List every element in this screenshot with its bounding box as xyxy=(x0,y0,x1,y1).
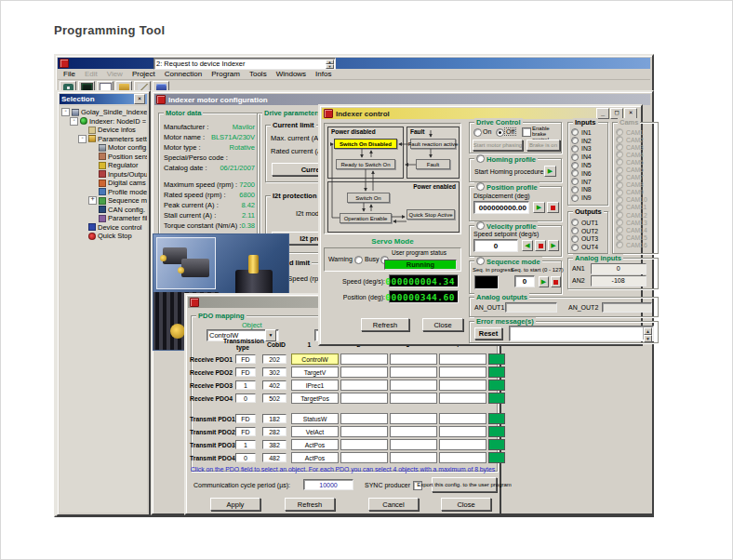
pdo-object-cell[interactable]: VelAct xyxy=(291,426,339,437)
ctl-close-button[interactable]: Close xyxy=(422,318,463,331)
menu-project[interactable]: Project xyxy=(128,70,159,78)
speed-setpoint-field[interactable]: 0 xyxy=(473,239,518,252)
pdo-object-cell[interactable] xyxy=(439,452,486,463)
reset-button[interactable]: Reset xyxy=(474,327,502,340)
output-indicator[interactable]: OUT2 xyxy=(569,227,606,235)
tree-item[interactable]: Quick Stop xyxy=(60,232,147,241)
pdo-object-cell[interactable] xyxy=(439,353,486,365)
an-out1-field[interactable] xyxy=(505,302,557,313)
enable-brake-checkbox[interactable] xyxy=(522,127,531,137)
apply-button[interactable]: Apply xyxy=(210,498,260,511)
ctl-refresh-button[interactable]: Refresh xyxy=(361,318,409,331)
homing-play-button[interactable]: ▶ xyxy=(544,166,556,177)
on-radio[interactable] xyxy=(473,128,482,137)
output-indicator[interactable]: OUT3 xyxy=(569,235,606,244)
off-radio[interactable] xyxy=(496,128,504,137)
pdo-object-cell[interactable] xyxy=(390,439,437,450)
seq-to-start-field[interactable]: 0 xyxy=(514,275,535,287)
pdo-refresh-button[interactable]: Refresh xyxy=(285,498,335,511)
tree-item[interactable]: - Parameters setting xyxy=(60,135,147,144)
menu-infos[interactable]: Infos xyxy=(312,70,335,78)
pdo-object-cell[interactable]: StatusW xyxy=(291,413,339,424)
pdo-object-cell[interactable] xyxy=(439,439,486,450)
tree-expander[interactable]: + xyxy=(88,196,97,205)
spin-down-icon[interactable]: ▼ xyxy=(326,64,334,69)
tree-item[interactable]: Motor config. xyxy=(60,143,147,153)
pdo-cobid-field[interactable]: 502 xyxy=(262,393,287,403)
tree-item[interactable]: Regulator xyxy=(60,161,147,170)
pdo-object-cell[interactable] xyxy=(340,380,388,391)
tree-item[interactable]: CAN config. xyxy=(60,206,147,215)
pdo-object-cell[interactable] xyxy=(439,426,486,437)
tree-item[interactable]: Profile modes xyxy=(60,188,147,197)
pdo-cobid-field[interactable]: 182 xyxy=(262,414,287,423)
minimize-icon[interactable]: _ xyxy=(596,108,609,119)
tree-item[interactable]: Digital cams xyxy=(60,179,147,188)
pdo-object-cell[interactable] xyxy=(340,393,388,404)
menu-file[interactable]: File xyxy=(60,70,79,78)
start-motor-phasing-button[interactable]: Start motor phasing xyxy=(473,140,523,151)
pdo-close-button[interactable]: Close xyxy=(441,498,491,511)
pdo-object-cell[interactable] xyxy=(390,413,437,424)
pdo-cobid-field[interactable]: 202 xyxy=(262,354,287,364)
pdo-transmission-type-field[interactable]: FD xyxy=(235,354,256,364)
pdo-object-cell[interactable]: TargetPos xyxy=(291,393,339,404)
pdo-object-cell[interactable] xyxy=(390,393,437,404)
tree-item[interactable]: - Indexer: NodeID = 2 xyxy=(60,117,147,127)
position-play-button[interactable]: ▶ xyxy=(533,202,545,213)
pdo-cobid-field[interactable]: 402 xyxy=(262,380,287,390)
tree-expander[interactable]: - xyxy=(61,108,70,116)
velocity-profile-radio[interactable] xyxy=(476,221,485,230)
pdo-transmission-type-field[interactable]: 1 xyxy=(235,380,256,390)
tree-expander[interactable]: - xyxy=(70,117,78,126)
sequence-mode-radio[interactable] xyxy=(476,257,485,265)
menu-program[interactable]: Program xyxy=(207,70,244,78)
tree-item[interactable]: Position sensors xyxy=(60,153,147,162)
pdo-object-cell[interactable] xyxy=(340,439,388,450)
selection-title-bar[interactable]: Selection × xyxy=(60,94,147,104)
combo-spinner[interactable]: ▲▼ xyxy=(326,60,334,68)
tree-expander[interactable]: - xyxy=(78,135,87,143)
command-combo[interactable]: 2: Request to device Indexer ▲▼ xyxy=(153,58,336,70)
menu-edit[interactable]: Edit xyxy=(81,70,101,78)
velocity-play-button[interactable]: ▶ xyxy=(548,240,559,251)
pdo-object-cell[interactable] xyxy=(439,380,486,391)
sequence-stop-button[interactable] xyxy=(551,276,561,287)
an-out2-field[interactable] xyxy=(602,302,652,313)
pdo-object-cell[interactable]: TargetV xyxy=(291,367,339,378)
pdo-object-cell[interactable] xyxy=(390,367,437,378)
menu-windows[interactable]: Windows xyxy=(273,70,310,78)
pdo-object-cell[interactable] xyxy=(340,367,388,378)
pdo-object-cell[interactable] xyxy=(439,413,486,424)
tree-item[interactable]: Device control xyxy=(60,223,147,233)
pdo-object-cell[interactable]: ActPos xyxy=(291,452,339,463)
pdo-object-cell[interactable] xyxy=(340,426,388,437)
pdo-transmission-type-field[interactable]: 0 xyxy=(235,453,256,462)
pdo-cobid-field[interactable]: 302 xyxy=(262,367,287,377)
pdo-object-cell[interactable] xyxy=(439,393,486,404)
comm-cycle-field[interactable]: 10000 xyxy=(303,479,353,490)
pdo-object-cell[interactable] xyxy=(439,367,486,378)
pdo-transmission-type-field[interactable]: 0 xyxy=(235,393,256,403)
tree-item[interactable]: + Sequence mode xyxy=(60,196,147,206)
pdo-cobid-field[interactable]: 282 xyxy=(262,427,287,436)
pdo-transmission-type-field[interactable]: FD xyxy=(235,427,256,436)
tree-item[interactable]: Device infos xyxy=(60,126,147,135)
pdo-transmission-type-field[interactable]: FD xyxy=(235,367,256,377)
position-stop-button[interactable] xyxy=(547,202,559,213)
pdo-object-cell[interactable] xyxy=(340,413,388,424)
velocity-left-button[interactable]: ◀ xyxy=(522,240,533,251)
pdo-cancel-button[interactable]: Cancel xyxy=(368,498,419,511)
menu-connection[interactable]: Connection xyxy=(161,70,206,78)
homing-profile-radio[interactable] xyxy=(476,154,485,163)
position-profile-radio[interactable] xyxy=(476,182,485,191)
tree-item[interactable]: Inputs/Outputs xyxy=(60,170,147,180)
main-title-bar[interactable] xyxy=(58,58,650,69)
output-indicator[interactable]: OUT1 xyxy=(569,219,606,227)
menu-tools[interactable]: Tools xyxy=(246,70,271,78)
pdo-object-cell[interactable] xyxy=(390,426,437,437)
pdo-cobid-field[interactable]: 382 xyxy=(262,440,287,449)
pdo-object-cell[interactable] xyxy=(390,452,437,463)
scrollbar[interactable]: ▲▼ xyxy=(643,327,652,340)
pdo-object-cell[interactable]: ControlW xyxy=(291,353,339,365)
